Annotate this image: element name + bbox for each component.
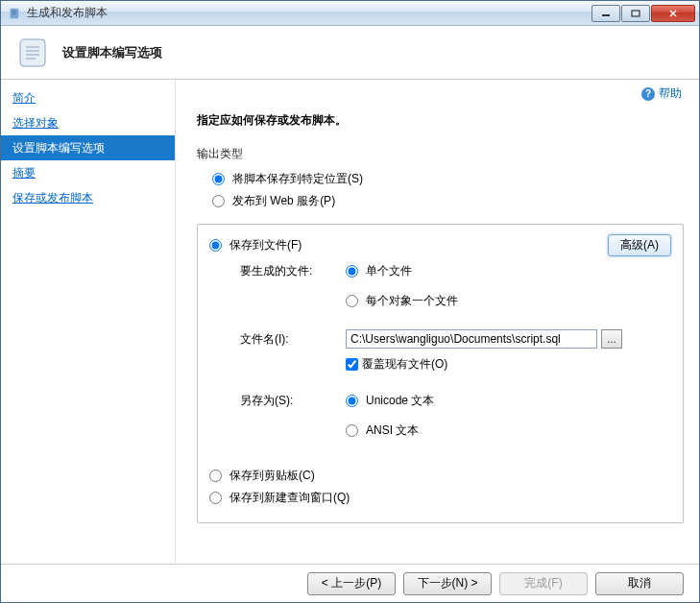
help-icon: ? [641, 87, 655, 101]
svg-rect-0 [602, 14, 610, 16]
radio-single-file-input[interactable] [346, 265, 358, 277]
radio-save-to-location-input[interactable] [212, 173, 225, 185]
radio-ansi[interactable]: ANSI 文本 [346, 420, 419, 442]
radio-save-to-clipboard[interactable]: 保存到剪贴板(C) [209, 465, 671, 487]
radio-save-to-file-input[interactable] [209, 239, 222, 252]
radio-save-to-query-window-input[interactable] [209, 492, 222, 504]
next-button[interactable]: 下一步(N) > [403, 572, 492, 595]
files-to-generate-label: 要生成的文件: [240, 263, 346, 279]
main-row: 简介 选择对象 设置脚本编写选项 摘要 保存或发布脚本 ? 帮助 指定应如何保存… [1, 80, 699, 564]
sidebar-item-scripting-options[interactable]: 设置脚本编写选项 [1, 135, 175, 160]
radio-save-to-clipboard-input[interactable] [209, 470, 222, 482]
radio-save-to-file[interactable]: 保存到文件(F) [209, 234, 608, 256]
overwrite-checkbox[interactable] [346, 358, 358, 371]
radio-unicode[interactable]: Unicode 文本 [346, 390, 434, 412]
cancel-button[interactable]: 取消 [595, 572, 684, 595]
minimize-button[interactable] [591, 5, 620, 22]
window-controls [591, 5, 695, 22]
advanced-button[interactable]: 高级(A) [608, 234, 671, 256]
close-button[interactable] [651, 5, 695, 22]
radio-per-object-input[interactable] [346, 295, 358, 307]
window-title: 生成和发布脚本 [27, 5, 591, 21]
sidebar-item-summary[interactable]: 摘要 [1, 160, 175, 185]
titlebar: 生成和发布脚本 [1, 1, 699, 26]
page-title: 设置脚本编写选项 [62, 44, 162, 61]
output-type-label: 输出类型 [197, 146, 684, 162]
finish-button: 完成(F) [499, 572, 588, 595]
help-label: 帮助 [659, 85, 682, 102]
previous-button[interactable]: < 上一步(P) [307, 572, 396, 595]
maximize-button[interactable] [621, 5, 650, 22]
scroll-icon [12, 34, 51, 72]
filename-input[interactable] [346, 329, 597, 349]
save-options-panel: 保存到文件(F) 高级(A) 要生成的文件: 单个文件 [197, 224, 684, 523]
sidebar-item-intro[interactable]: 简介 [1, 85, 175, 110]
radio-save-to-query-window[interactable]: 保存到新建查询窗口(Q) [209, 487, 671, 509]
help-link[interactable]: ? 帮助 [641, 85, 682, 102]
instruction-text: 指定应如何保存或发布脚本。 [197, 112, 684, 129]
radio-publish-web-input[interactable] [212, 195, 225, 207]
sidebar-item-save-publish[interactable]: 保存或发布脚本 [1, 185, 175, 210]
filename-label: 文件名(I): [240, 331, 346, 348]
radio-per-object[interactable]: 每个对象一个文件 [346, 290, 458, 312]
wizard-footer: < 上一步(P) 下一步(N) > 完成(F) 取消 [1, 564, 699, 602]
content-area: ? 帮助 指定应如何保存或发布脚本。 输出类型 将脚本保存到特定位置(S) 发布… [176, 80, 699, 564]
wizard-steps: 简介 选择对象 设置脚本编写选项 摘要 保存或发布脚本 [1, 80, 176, 564]
overwrite-checkbox-row[interactable]: 覆盖现有文件(O) [346, 356, 447, 373]
svg-rect-1 [632, 11, 640, 16]
radio-save-to-location[interactable]: 将脚本保存到特定位置(S) [197, 168, 684, 190]
save-as-label: 另存为(S): [240, 393, 346, 409]
radio-single-file[interactable]: 单个文件 [346, 260, 412, 282]
browse-button[interactable]: … [601, 329, 622, 349]
sidebar-item-choose-objects[interactable]: 选择对象 [1, 110, 175, 135]
app-icon [7, 6, 22, 21]
radio-publish-web[interactable]: 发布到 Web 服务(P) [197, 190, 684, 212]
radio-unicode-input[interactable] [346, 395, 358, 407]
wizard-header: 设置脚本编写选项 [1, 26, 699, 80]
radio-ansi-input[interactable] [346, 424, 358, 437]
wizard-window: 生成和发布脚本 设置脚本编写选项 简介 选择对象 设置脚本编写选项 摘要 保存或… [0, 0, 700, 603]
